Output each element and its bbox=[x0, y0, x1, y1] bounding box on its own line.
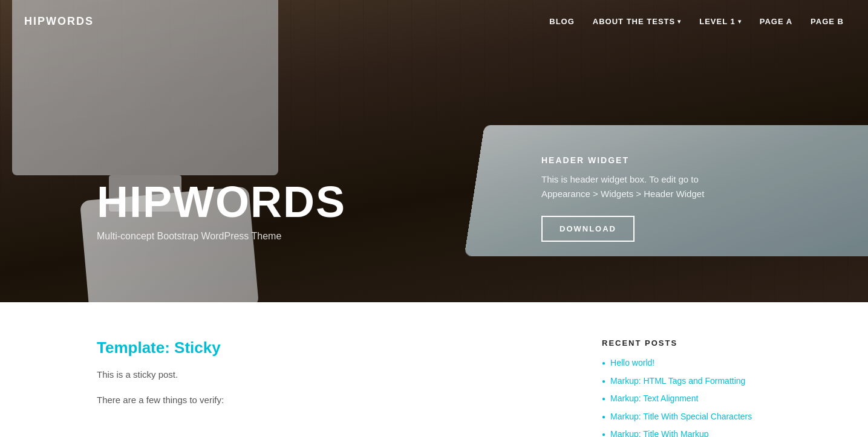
hero-widget-text: This is header widget box. To edit go to… bbox=[541, 172, 747, 201]
sidebar-recent-posts-title: RECENT POSTS bbox=[602, 338, 771, 348]
recent-post-link-2[interactable]: Markup: HTML Tags and Formatting bbox=[610, 375, 745, 387]
nav-blog[interactable]: BLOG bbox=[549, 17, 575, 26]
main-content: Template: Sticky This is a sticky post. … bbox=[0, 302, 868, 437]
post-body-line-1: This is a sticky post. bbox=[97, 367, 566, 383]
nav-page-b[interactable]: PAGE B bbox=[811, 17, 844, 26]
post-sticky: Template: Sticky This is a sticky post. … bbox=[97, 338, 566, 407]
hero-subtitle: Multi-concept Bootstrap WordPress Theme bbox=[97, 231, 346, 242]
recent-post-link-1[interactable]: Hello world! bbox=[610, 357, 654, 369]
chevron-down-icon: ▾ bbox=[738, 18, 742, 25]
recent-post-link-5[interactable]: Markup: Title With Markup bbox=[610, 429, 709, 437]
sidebar-recent-posts-list: Hello world! Markup: HTML Tags and Forma… bbox=[602, 357, 771, 437]
list-item: Hello world! bbox=[602, 357, 771, 369]
nav-page-a[interactable]: PAGE A bbox=[760, 17, 792, 26]
nav-about-tests[interactable]: ABOUT THE TESTS ▾ bbox=[593, 17, 681, 26]
list-item: Markup: Title With Markup bbox=[602, 429, 771, 437]
sidebar-recent-posts: RECENT POSTS Hello world! Markup: HTML T… bbox=[602, 338, 771, 437]
main-nav: BLOG ABOUT THE TESTS ▾ LEVEL 1 ▾ PAGE A … bbox=[549, 17, 844, 26]
post-title-link[interactable]: Template: Sticky bbox=[97, 338, 566, 357]
list-item: Markup: Title With Special Characters bbox=[602, 411, 771, 423]
hero-widget-title: HEADER WIDGET bbox=[541, 155, 747, 165]
site-logo: HIPWORDS bbox=[24, 15, 94, 28]
site-header: HIPWORDS BLOG ABOUT THE TESTS ▾ LEVEL 1 … bbox=[0, 0, 868, 42]
nav-level1[interactable]: LEVEL 1 ▾ bbox=[699, 17, 742, 26]
hero-section: HIPWORDS BLOG ABOUT THE TESTS ▾ LEVEL 1 … bbox=[0, 0, 868, 302]
chevron-down-icon: ▾ bbox=[677, 18, 681, 25]
post-body-line-2: There are a few things to verify: bbox=[97, 392, 566, 408]
hero-title: HIPWORDS bbox=[97, 180, 346, 224]
post-body: This is a sticky post. There are a few t… bbox=[97, 367, 566, 407]
hero-widget: HEADER WIDGET This is header widget box.… bbox=[541, 155, 747, 242]
hero-content-left: HIPWORDS Multi-concept Bootstrap WordPre… bbox=[97, 180, 346, 242]
download-button[interactable]: DOWNLOAD bbox=[541, 216, 635, 242]
list-item: Markup: HTML Tags and Formatting bbox=[602, 375, 771, 387]
sidebar: RECENT POSTS Hello world! Markup: HTML T… bbox=[602, 338, 771, 437]
list-item: Markup: Text Alignment bbox=[602, 393, 771, 405]
recent-post-link-4[interactable]: Markup: Title With Special Characters bbox=[610, 411, 752, 423]
posts-area: Template: Sticky This is a sticky post. … bbox=[97, 338, 566, 437]
recent-post-link-3[interactable]: Markup: Text Alignment bbox=[610, 393, 698, 405]
